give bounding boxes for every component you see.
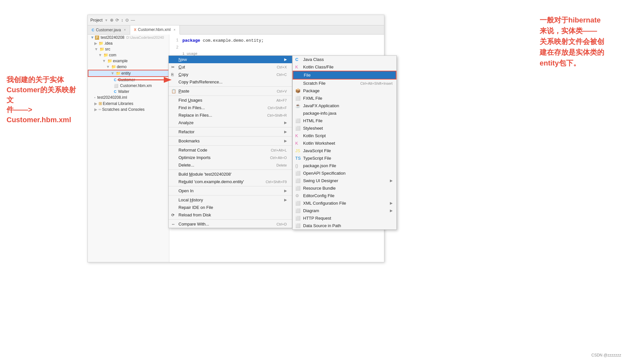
arrow-icon: ▶ (94, 41, 97, 46)
tree-item-scratches[interactable]: ▶ ✏ Scratches and Consoles (88, 107, 169, 112)
arrow-icon-com: ▼ (98, 53, 102, 57)
submenu-scratch-file[interactable]: Scratch File Ctrl+Alt+Shift+Insert (293, 80, 396, 87)
submenu-diagram[interactable]: ⬜ Diagram ▶ (293, 207, 396, 214)
xml-config-icon: ⬜ (295, 201, 300, 206)
menu-analyze-label: Analyze (178, 120, 193, 125)
toolbar-icon-sort[interactable]: ↕ (121, 18, 123, 22)
menu-delete-shortcut: Delete (276, 163, 287, 167)
submenu-xml-config[interactable]: ⬜ XML Configuration File ▶ (293, 199, 396, 207)
menu-local-history-label: Local History (178, 197, 203, 202)
menu-item-refactor[interactable]: Refactor ▶ (169, 128, 292, 137)
folder-icon-com: 📁 (103, 53, 108, 57)
toolbar-icon-expand[interactable]: ⊙ (125, 18, 129, 22)
submenu-package-info[interactable]: package-info.java (293, 109, 396, 117)
submenu-kotlin-class-label: Kotlin Class/File (303, 65, 333, 69)
submenu-data-source-label: Data Source in Path (303, 223, 341, 228)
menu-refactor-label: Refactor (178, 129, 194, 134)
toolbar-icon-refresh[interactable]: ⟳ (115, 18, 119, 22)
tree-item-src[interactable]: ▼ 📁 src (88, 46, 169, 52)
menu-item-local-history[interactable]: Local History ▶ (169, 196, 292, 204)
tree-demo-label: demo (117, 65, 127, 69)
menu-item-delete[interactable]: Delete... Delete (169, 161, 292, 170)
folder-icon: ▼ (90, 35, 94, 40)
menu-copy-path-label: Copy Path/Reference... (178, 80, 223, 84)
tab-customer-hbm[interactable]: X Customer.hbm.xml × (130, 25, 180, 35)
menu-copy-label: Copy (178, 72, 188, 77)
submenu-resource-bundle[interactable]: ⬜ Resource Bundle (293, 184, 396, 192)
tab-xml-label: Customer.hbm.xml (138, 27, 171, 32)
menu-item-compare[interactable]: ↔ Compare With... Ctrl+D (169, 220, 292, 228)
menu-open-in-label: Open In (178, 188, 193, 193)
tree-root[interactable]: ▼ P test20240208 D:\JavaCode\test20240 (88, 35, 169, 40)
menu-item-rebuild[interactable]: Rebuild 'com.example.demo.entity' Ctrl+S… (169, 178, 292, 186)
submenu-openapi[interactable]: ⬜ OpenAPI Specification (293, 169, 396, 177)
submenu-javafx-label: JavaFX Application (303, 103, 339, 108)
menu-item-replace-files[interactable]: Replace in Files... Ctrl+Shift+R (169, 111, 292, 119)
tab-java-close[interactable]: × (124, 28, 126, 32)
menu-item-repair[interactable]: Repair IDE on File (169, 204, 292, 211)
menu-item-build[interactable]: Build Module 'test20240208' (169, 170, 292, 178)
menu-delete-label: Delete... (178, 163, 194, 167)
toolbar-project-label: Project (90, 18, 102, 22)
submenu-html[interactable]: ⬜ HTML File (293, 117, 396, 124)
arrow-icon-src: ▼ (94, 47, 98, 51)
menu-item-copy-path[interactable]: Copy Path/Reference... (169, 78, 292, 87)
menu-item-bookmarks[interactable]: Bookmarks ▶ (169, 137, 292, 146)
submenu-fxml[interactable]: ⬜ FXML File (293, 95, 396, 102)
menu-item-optimize[interactable]: Optimize Imports Ctrl+Alt+O (169, 154, 292, 161)
submenu-package-json[interactable]: {} package.json File (293, 162, 396, 169)
swing-icon: ⬜ (295, 178, 300, 183)
kotlin-worksheet-icon: K (295, 141, 298, 146)
menu-refactor-arrow: ▶ (284, 130, 287, 134)
menu-item-find-usages[interactable]: Find Usages Alt+F7 (169, 96, 292, 104)
menu-item-paste[interactable]: 📋 Paste Ctrl+V (169, 87, 292, 96)
submenu-package-info-label: package-info.java (303, 111, 336, 116)
arrow-icon-example: ▼ (102, 59, 106, 63)
tree-idea-label: .idea (104, 41, 113, 46)
kotlin-class-icon: K (295, 65, 298, 69)
submenu-new: C Java Class K Kotlin Class/File File Sc… (292, 55, 397, 230)
submenu-package[interactable]: 📦 Package (293, 87, 396, 95)
tree-item-iml[interactable]: ▪ test20240208.iml (88, 95, 169, 100)
tree-item-example[interactable]: ▼ 📁 example (88, 58, 169, 64)
submenu-java-class[interactable]: C Java Class (293, 56, 396, 63)
submenu-js[interactable]: JS JavaScript File (293, 147, 396, 154)
arrow-icon-demo: ▼ (106, 65, 110, 69)
tree-item-idea[interactable]: ▶ 📁 .idea (88, 40, 169, 46)
java-class-icon: C (295, 57, 298, 62)
submenu-data-source[interactable]: ⬜ Data Source in Path (293, 222, 396, 229)
menu-item-find-files[interactable]: Find in Files... Ctrl+Shift+F (169, 104, 292, 111)
tab-customer-java[interactable]: C Customer.java × (88, 25, 130, 34)
submenu-swing[interactable]: ⬜ Swing UI Designer ▶ (293, 177, 396, 184)
tree-item-demo[interactable]: ▼ 📁 demo (88, 64, 169, 70)
toolbar-icon-minimize[interactable]: — (131, 18, 135, 22)
submenu-resource-bundle-label: Resource Bundle (303, 186, 336, 191)
menu-item-open-in[interactable]: Open In ▶ (169, 187, 292, 196)
csdn-footer: CSDN @zzzzzzz (591, 353, 621, 357)
menu-item-cut[interactable]: ✂ Cut Ctrl+X (169, 63, 292, 71)
project-tree: ▼ P test20240208 D:\JavaCode\test20240 ▶… (88, 35, 169, 262)
tree-item-ext-libs[interactable]: ▶ ⊞ External Libraries (88, 100, 169, 107)
menu-item-reformat[interactable]: Reformat Code Ctrl+Alt+L (169, 146, 292, 154)
toolbar-icon-sync[interactable]: ⊕ (110, 18, 114, 22)
submenu-javafx[interactable]: ☕ JavaFX Application (293, 102, 396, 109)
submenu-kotlin-worksheet[interactable]: K Kotlin Worksheet (293, 139, 396, 147)
menu-item-analyze[interactable]: Analyze ▶ (169, 119, 292, 127)
submenu-stylesheet[interactable]: ⬜ Stylesheet (293, 124, 396, 132)
submenu-kotlin-script[interactable]: K Kotlin Script (293, 132, 396, 139)
submenu-kotlin-class[interactable]: K Kotlin Class/File (293, 63, 396, 71)
tree-ext-libs-label: External Libraries (103, 101, 133, 106)
menu-item-reload[interactable]: ⟳ Reload from Disk (169, 211, 292, 220)
submenu-http-request[interactable]: ⬜ HTTP Request (293, 214, 396, 222)
menu-bookmarks-arrow: ▶ (284, 139, 287, 143)
tree-item-waiter[interactable]: C Waiter (88, 89, 169, 95)
tab-bar: C Customer.java × X Customer.hbm.xml × (88, 25, 384, 35)
submenu-file[interactable]: File (293, 71, 396, 80)
tree-waiter-label: Waiter (118, 89, 129, 94)
tree-item-com[interactable]: ▼ 📁 com (88, 52, 169, 58)
menu-item-copy[interactable]: ⎘ Copy Ctrl+C (169, 71, 292, 78)
menu-item-new[interactable]: New ▶ (169, 56, 292, 63)
submenu-ts[interactable]: TS TypeScript File (293, 154, 396, 162)
tab-xml-close[interactable]: × (174, 28, 176, 32)
submenu-editorconfig[interactable]: ⚙ EditorConfig File (293, 192, 396, 199)
